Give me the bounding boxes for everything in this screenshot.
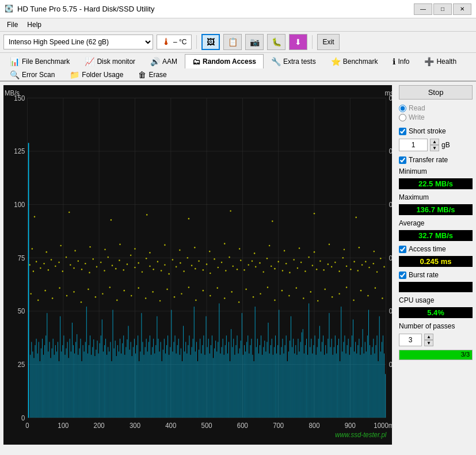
copy-icon-btn[interactable]: 📋 (223, 34, 242, 50)
svg-point-349 (48, 269, 49, 271)
svg-point-356 (73, 267, 74, 269)
svg-point-459 (329, 243, 330, 245)
maximize-button[interactable]: □ (433, 3, 452, 15)
svg-point-435 (373, 263, 374, 265)
svg-text:0.10: 0.10 (389, 361, 392, 369)
svg-point-380 (164, 264, 165, 266)
svg-point-513 (34, 216, 35, 217)
svg-point-507 (346, 286, 347, 288)
passes-input[interactable] (399, 334, 422, 346)
svg-text:600: 600 (237, 422, 248, 430)
tab-error-scan-icon: 🔍 (10, 70, 20, 79)
svg-point-362 (96, 266, 97, 268)
svg-point-370 (127, 263, 128, 265)
access-time-label: Access time (409, 245, 446, 253)
tab-disk-monitor-label: Disk monitor (97, 58, 135, 66)
screenshot-icon-btn[interactable]: 🖼 (201, 34, 220, 50)
svg-point-348 (43, 263, 44, 265)
svg-point-493 (245, 289, 246, 290)
svg-point-418 (308, 257, 309, 258)
svg-point-359 (85, 263, 86, 265)
svg-point-353 (62, 270, 63, 272)
burst-rate-checkbox[interactable] (399, 272, 406, 279)
svg-point-480 (152, 291, 153, 293)
svg-point-457 (299, 247, 300, 249)
separator-2 (312, 35, 313, 49)
tab-info[interactable]: ℹ Info (385, 54, 417, 68)
svg-point-463 (31, 293, 32, 295)
radio-read-row[interactable]: Read (399, 104, 473, 112)
short-stroke-checkbox-row[interactable]: Short stroke (399, 127, 473, 135)
radio-write-row[interactable]: Write (399, 113, 473, 121)
tab-random-access[interactable]: 🗂 Random Access (185, 54, 264, 68)
svg-point-367 (115, 268, 116, 270)
minimize-button[interactable]: — (414, 3, 432, 15)
svg-point-442 (74, 250, 75, 252)
download-icon-btn[interactable]: ⬇ (289, 34, 307, 50)
tab-error-scan[interactable]: 🔍 Error Scan (2, 67, 62, 82)
passes-container: ▲ ▼ (399, 334, 473, 346)
svg-text:75: 75 (18, 254, 25, 262)
short-stroke-checkbox[interactable] (399, 128, 406, 135)
svg-point-437 (380, 258, 381, 259)
svg-point-351 (55, 265, 56, 267)
tab-extra-tests[interactable]: 🔧 Extra tests (264, 54, 323, 68)
svg-point-453 (239, 248, 240, 250)
svg-text:ms: ms (385, 89, 392, 97)
menu-file[interactable]: File (2, 20, 22, 30)
access-time-checkbox-row[interactable]: Access time (399, 245, 473, 253)
tab-file-benchmark[interactable]: 📊 File Benchmark (2, 54, 77, 68)
svg-point-419 (312, 265, 313, 266)
bug-icon-btn[interactable]: 🐛 (267, 34, 285, 50)
svg-point-427 (342, 257, 344, 259)
svg-point-466 (52, 297, 53, 299)
passes-down[interactable]: ▼ (424, 340, 433, 346)
svg-point-378 (157, 261, 158, 263)
svg-point-450 (194, 247, 195, 248)
short-stroke-down[interactable]: ▼ (430, 145, 439, 151)
tab-benchmark[interactable]: ⭐ Benchmark (323, 54, 386, 68)
device-select[interactable]: Intenso High Speed Line (62 gB) (3, 35, 153, 49)
radio-group: Read Write (399, 104, 473, 121)
svg-point-409 (274, 268, 275, 270)
svg-point-424 (331, 266, 332, 268)
close-button[interactable]: ✕ (453, 3, 471, 15)
tab-aam-icon: 🔊 (150, 57, 160, 66)
main-content: 150 125 100 75 50 25 0 MB/s 0.60 0.50 0.… (0, 82, 476, 448)
transfer-rate-checkbox-row[interactable]: Transfer rate (399, 156, 473, 164)
stop-button[interactable]: Stop (399, 85, 473, 100)
tab-disk-monitor[interactable]: 📈 Disk monitor (77, 54, 143, 68)
tab-erase[interactable]: 🗑 Erase (131, 67, 174, 82)
svg-text:25: 25 (18, 361, 25, 369)
svg-point-509 (360, 290, 361, 292)
svg-point-425 (334, 262, 336, 263)
tab-aam[interactable]: 🔊 AAM (143, 54, 185, 68)
short-stroke-up[interactable]: ▲ (430, 139, 439, 145)
window-title: HD Tune Pro 5.75 - Hard Disk/SSD Utility (17, 5, 414, 13)
svg-point-456 (284, 250, 285, 252)
menu-help[interactable]: Help (22, 20, 46, 30)
tab-folder-usage[interactable]: 📁 Folder Usage (62, 67, 131, 82)
tab-benchmark-label: Benchmark (343, 58, 378, 66)
svg-point-412 (285, 263, 287, 265)
svg-point-397 (229, 257, 230, 258)
passes-up[interactable]: ▲ (424, 334, 433, 340)
svg-point-405 (259, 262, 260, 264)
svg-text:700: 700 (273, 422, 284, 430)
camera-icon-btn[interactable]: 📷 (245, 34, 264, 50)
radio-read[interactable] (399, 105, 406, 112)
svg-point-429 (350, 269, 351, 270)
passes-spinner: ▲ ▼ (424, 334, 433, 346)
tab-health[interactable]: ➕ Health (417, 54, 464, 68)
svg-point-389 (198, 260, 199, 262)
radio-write[interactable] (399, 114, 406, 121)
maximum-value: 136.7 MB/s (399, 204, 473, 215)
burst-rate-checkbox-row[interactable]: Burst rate (399, 271, 473, 279)
svg-point-400 (240, 259, 241, 261)
svg-point-520 (314, 213, 315, 215)
access-time-checkbox[interactable] (399, 246, 406, 253)
short-stroke-input[interactable]: 1 (399, 139, 428, 151)
svg-point-485 (188, 286, 189, 288)
exit-button[interactable]: Exit (317, 34, 339, 50)
transfer-rate-checkbox[interactable] (399, 156, 406, 164)
